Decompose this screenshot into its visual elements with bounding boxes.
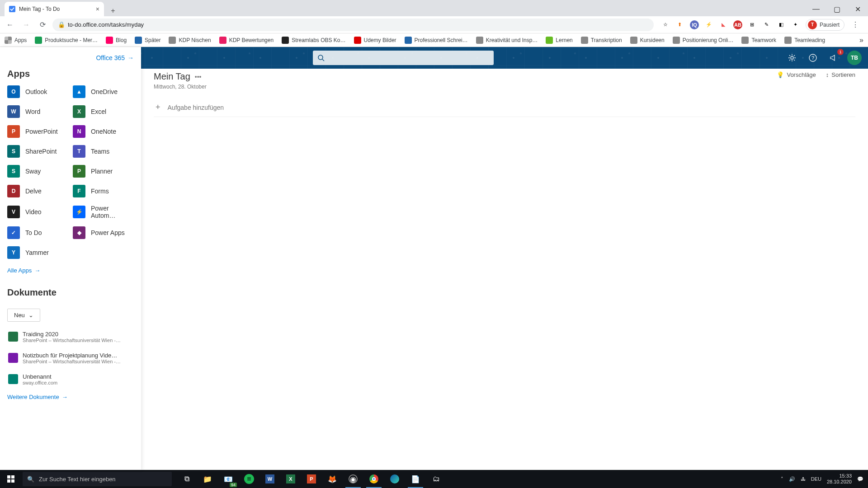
extension-icon[interactable]: ⬆ — [675, 20, 684, 29]
bookmark-item[interactable]: Blog — [106, 37, 127, 44]
app-item-excel[interactable]: XExcel — [73, 105, 134, 118]
window-close-icon[interactable]: ✕ — [847, 2, 868, 16]
taskbar-search[interactable]: 🔍 Zur Suche Text hier eingeben — [23, 472, 172, 486]
app-item-video[interactable]: VVideo — [7, 205, 68, 219]
document-item[interactable]: Unbenanntsway.office.com — [7, 369, 134, 390]
bookmarks-apps[interactable]: Apps — [5, 37, 27, 44]
extension-dropper-icon[interactable]: ✎ — [762, 20, 771, 29]
address-bar[interactable]: 🔒 to-do.office.com/tasks/myday — [52, 19, 654, 31]
account-avatar[interactable]: TB — [847, 51, 862, 65]
firefox-icon[interactable]: 🦊 — [322, 470, 343, 488]
bookmark-item[interactable]: Lernen — [546, 37, 572, 44]
extension-bolt-icon[interactable]: ⚡ — [704, 20, 713, 29]
extension-iq-icon[interactable]: IQ — [690, 20, 699, 29]
app-item-delve[interactable]: DDelve — [7, 185, 68, 197]
notepad-icon[interactable]: 📄 — [405, 470, 426, 488]
bookmark-item[interactable]: KDP Bewertungen — [219, 37, 274, 44]
add-task-placeholder: Aufgabe hinzufügen — [168, 104, 224, 111]
bookmark-item[interactable]: Professionell Schrei… — [405, 37, 468, 44]
office365-link[interactable]: Office 365→ — [96, 54, 134, 61]
list-options-icon[interactable]: ••• — [195, 73, 202, 80]
bookmark-item[interactable]: Kursideen — [630, 37, 665, 44]
app-item-onedrive[interactable]: ▲OneDrive — [73, 85, 134, 98]
app-item-powerapps[interactable]: ◆Power Apps — [73, 226, 134, 239]
app-item-forms[interactable]: FForms — [73, 185, 134, 197]
window-maximize-icon[interactable]: ▢ — [826, 2, 847, 16]
app-item-planner[interactable]: PPlanner — [73, 165, 134, 178]
adblock-icon[interactable]: AB — [733, 20, 742, 29]
star-bookmark-icon[interactable]: ☆ — [661, 20, 670, 29]
bookmarks-overflow-icon[interactable]: » — [859, 36, 863, 44]
nav-reload-icon[interactable]: ⟳ — [36, 19, 49, 31]
app-icon: ⚡ — [73, 206, 85, 218]
bookmark-item[interactable]: Produktsuche - Mer… — [35, 37, 98, 44]
settings-icon[interactable] — [785, 51, 799, 65]
bookmark-item[interactable]: Streamlabs OBS Ko… — [282, 37, 345, 44]
task-view-icon[interactable]: ⧉ — [176, 470, 197, 488]
sort-button[interactable]: ↕Sortieren — [826, 71, 855, 78]
app-item-yammer[interactable]: YYammer — [7, 246, 68, 259]
search-input[interactable] — [313, 51, 494, 65]
obs-icon[interactable]: ◉ — [343, 470, 363, 488]
bookmark-item[interactable]: Udemy Bilder — [354, 37, 396, 44]
app-item-onenote[interactable]: NOneNote — [73, 125, 134, 138]
tray-clock[interactable]: 15:33 28.10.2020 — [827, 473, 852, 485]
nav-back-icon[interactable]: ← — [4, 19, 16, 31]
browser-menu-icon[interactable]: ⋮ — [850, 20, 861, 29]
app-item-sway[interactable]: SSway — [7, 165, 68, 178]
sort-icon: ↕ — [826, 71, 829, 78]
excel-icon[interactable]: X — [280, 470, 301, 488]
extension-generic-icon[interactable]: ◧ — [777, 20, 786, 29]
add-task-input[interactable]: + Aufgabe hinzufügen — [154, 98, 855, 117]
chrome-icon[interactable] — [363, 470, 384, 488]
bookmark-item[interactable]: Transkription — [581, 37, 622, 44]
app-item-sharepoint[interactable]: SSharePoint — [7, 145, 68, 158]
new-document-button[interactable]: Neu⌄ — [7, 309, 40, 322]
extensions-puzzle-icon[interactable]: ✦ — [791, 20, 800, 29]
profile-button[interactable]: T Pausiert — [806, 19, 844, 31]
tray-chevron-icon[interactable]: ˄ — [781, 476, 783, 482]
bookmark-item[interactable]: Später — [135, 37, 160, 44]
bookmark-item[interactable]: Teamwork — [741, 37, 776, 44]
more-documents-link[interactable]: Weitere Dokumente→ — [7, 394, 134, 400]
app-item-powerautom[interactable]: ⚡Power Autom… — [73, 205, 134, 219]
file-explorer-icon[interactable]: 📁 — [197, 470, 218, 488]
new-tab-button[interactable]: + — [108, 5, 118, 16]
app-item-teams[interactable]: TTeams — [73, 145, 134, 158]
nav-forward-icon[interactable]: → — [20, 19, 33, 31]
mail-icon[interactable]: 📧94 — [218, 470, 239, 488]
app-item-word[interactable]: WWord — [7, 105, 68, 118]
svg-point-9 — [318, 55, 323, 60]
document-item[interactable]: Notizbuch für Projektplanung Vide…ShareP… — [7, 347, 134, 369]
bookmark-item[interactable]: Positionierung Onli… — [673, 37, 734, 44]
app-icon[interactable]: 🗂 — [426, 470, 447, 488]
suggestions-button[interactable]: 💡Vorschläge — [777, 71, 816, 78]
all-apps-link[interactable]: Alle Apps→ — [7, 267, 134, 274]
bookmark-item[interactable]: Teamleading — [784, 37, 825, 44]
powerpoint-icon[interactable]: P — [301, 470, 322, 488]
bookmark-favicon-icon — [784, 37, 792, 44]
app-item-outlook[interactable]: OOutlook — [7, 85, 68, 98]
extension-tag-icon[interactable]: ◣ — [719, 20, 728, 29]
browser-tab[interactable]: Mein Tag - To Do × — [5, 2, 104, 16]
announcements-icon[interactable]: 1 — [826, 51, 841, 65]
edge-icon[interactable] — [384, 470, 405, 488]
tab-close-icon[interactable]: × — [96, 5, 99, 13]
bookmark-item[interactable]: KDP Nischen — [169, 37, 211, 44]
action-center-icon[interactable]: 💬 — [857, 476, 863, 482]
app-label: PowerPoint — [25, 128, 58, 135]
extension-grid-icon[interactable]: ⊞ — [748, 20, 757, 29]
bookmark-item[interactable]: Kreativität und Insp… — [476, 37, 538, 44]
word-icon[interactable]: W — [259, 470, 280, 488]
help-icon[interactable]: ? — [806, 51, 820, 65]
tray-volume-icon[interactable]: 🔊 — [789, 476, 795, 482]
app-item-todo[interactable]: ✓To Do — [7, 226, 68, 239]
window-minimize-icon[interactable]: — — [806, 2, 826, 16]
spotify-icon[interactable]: ≡ — [239, 470, 259, 488]
document-item[interactable]: Traiding 2020SharePoint – Wirtschaftsuni… — [7, 326, 134, 347]
bookmark-favicon-icon — [741, 37, 749, 44]
app-item-powerpoint[interactable]: PPowerPoint — [7, 125, 68, 138]
start-button[interactable] — [0, 470, 22, 488]
tray-language[interactable]: DEU — [811, 476, 821, 482]
tray-network-icon[interactable]: 🖧 — [801, 476, 806, 482]
